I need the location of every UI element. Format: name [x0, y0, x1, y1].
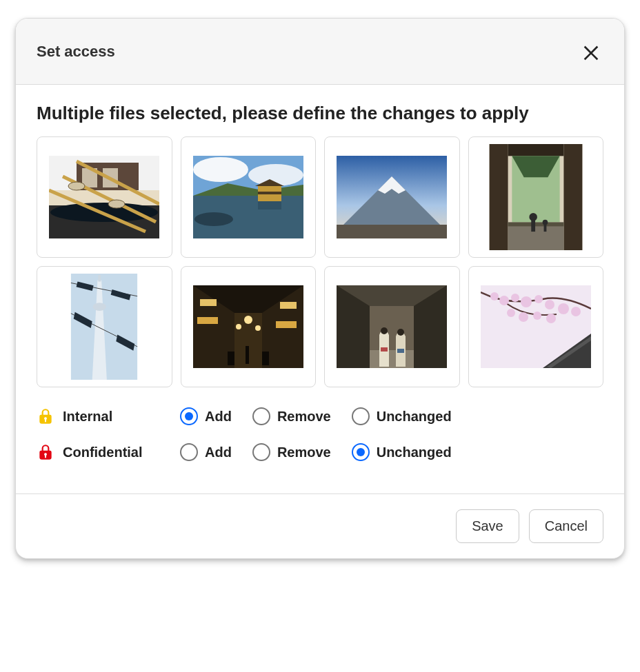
access-level-label: Internal	[63, 409, 112, 425]
radio-label: Add	[205, 409, 232, 425]
svg-point-68	[381, 327, 388, 334]
svg-rect-55	[276, 321, 297, 328]
access-level-label: Confidential	[63, 445, 143, 460]
access-level-label-col: Confidential	[37, 443, 168, 461]
svg-point-13	[193, 157, 248, 182]
thumbnail-image	[481, 285, 591, 368]
svg-point-56	[244, 316, 252, 324]
cancel-button[interactable]: Cancel	[529, 509, 603, 543]
thumbnail-image	[337, 156, 447, 238]
radio-label: Remove	[277, 409, 331, 425]
access-level-label-col: Internal	[37, 407, 168, 425]
radio-indicator	[352, 443, 370, 461]
access-section: Internal Add Remove Unchan	[37, 403, 603, 466]
thumbnail-image	[193, 156, 303, 238]
radio-internal-remove[interactable]: Remove	[252, 407, 331, 425]
lock-icon	[37, 407, 54, 425]
svg-point-11	[108, 200, 125, 208]
thumbnail-image	[488, 144, 584, 250]
svg-rect-33	[508, 223, 563, 227]
radio-label: Unchanged	[377, 409, 452, 425]
dialog-title: Set access	[37, 43, 115, 61]
svg-rect-27	[489, 144, 508, 250]
svg-rect-66	[370, 350, 414, 368]
radio-group-internal: Add Remove Unchanged	[180, 407, 452, 425]
svg-point-81	[571, 307, 581, 316]
svg-point-80	[558, 303, 569, 314]
save-button[interactable]: Save	[456, 509, 519, 543]
access-row-confidential: Confidential Add Remove Un	[37, 438, 603, 466]
thumbnail-item[interactable]	[324, 266, 460, 387]
radio-confidential-remove[interactable]: Remove	[252, 443, 331, 461]
radio-indicator	[252, 407, 270, 425]
thumbnail-image	[70, 274, 139, 380]
svg-rect-54	[280, 302, 297, 309]
svg-point-82	[507, 309, 515, 317]
set-access-dialog: Set access Multiple files selected, plea…	[15, 18, 625, 559]
close-button[interactable]	[579, 39, 603, 64]
svg-rect-32	[508, 223, 563, 250]
svg-rect-53	[197, 317, 218, 324]
dialog-header: Set access	[16, 19, 624, 85]
svg-point-58	[255, 325, 261, 331]
thumbnail-item[interactable]	[181, 136, 317, 258]
svg-rect-59	[228, 352, 234, 365]
thumbnail-image	[337, 285, 447, 368]
svg-rect-20	[258, 201, 281, 210]
svg-point-85	[546, 314, 556, 323]
radio-internal-unchanged[interactable]: Unchanged	[352, 407, 452, 425]
svg-point-70	[397, 329, 404, 336]
access-row-internal: Internal Add Remove Unchan	[37, 403, 603, 430]
radio-label: Unchanged	[377, 445, 452, 460]
svg-point-77	[521, 296, 532, 307]
dialog-body: Multiple files selected, please define t…	[16, 85, 624, 493]
thumbnail-item[interactable]	[468, 266, 604, 387]
thumbnail-image	[193, 285, 303, 368]
svg-point-21	[194, 212, 233, 226]
svg-point-83	[519, 312, 528, 322]
radio-indicator	[180, 407, 198, 425]
svg-rect-25	[337, 225, 447, 238]
radio-indicator	[352, 407, 370, 425]
dialog-footer: Save Cancel	[16, 493, 624, 558]
svg-point-79	[545, 300, 554, 309]
svg-point-40	[93, 303, 106, 311]
thumbnail-image	[49, 156, 159, 238]
lock-icon	[37, 443, 54, 461]
svg-rect-35	[531, 220, 535, 232]
thumbnails-grid	[37, 136, 603, 387]
thumbnail-item[interactable]	[37, 266, 172, 387]
svg-point-84	[533, 312, 541, 320]
close-icon	[580, 41, 602, 63]
radio-indicator	[180, 443, 198, 461]
radio-confidential-add[interactable]: Add	[180, 443, 232, 461]
thumbnail-item[interactable]	[181, 266, 317, 387]
thumbnail-item[interactable]	[468, 136, 604, 258]
radio-internal-add[interactable]: Add	[180, 407, 232, 425]
radio-label: Remove	[277, 445, 331, 460]
svg-rect-52	[200, 299, 217, 306]
radio-label: Add	[205, 445, 232, 460]
svg-rect-37	[543, 224, 546, 232]
svg-point-75	[499, 296, 509, 305]
svg-rect-69	[397, 349, 404, 353]
svg-point-74	[490, 292, 499, 301]
svg-point-57	[236, 324, 241, 329]
dialog-subtitle: Multiple files selected, please define t…	[37, 103, 603, 124]
svg-rect-29	[508, 144, 563, 156]
svg-point-78	[534, 295, 543, 303]
svg-rect-67	[381, 347, 388, 352]
svg-rect-28	[563, 144, 582, 250]
svg-rect-61	[246, 346, 249, 364]
thumbnail-item[interactable]	[324, 136, 460, 258]
svg-point-76	[511, 294, 519, 302]
svg-rect-19	[258, 192, 281, 194]
svg-point-10	[68, 182, 85, 190]
radio-indicator	[252, 443, 270, 461]
svg-rect-60	[262, 352, 269, 365]
radio-group-confidential: Add Remove Unchanged	[180, 443, 452, 461]
svg-rect-41	[99, 275, 101, 282]
radio-confidential-unchanged[interactable]: Unchanged	[352, 443, 452, 461]
thumbnail-item[interactable]	[37, 136, 172, 258]
